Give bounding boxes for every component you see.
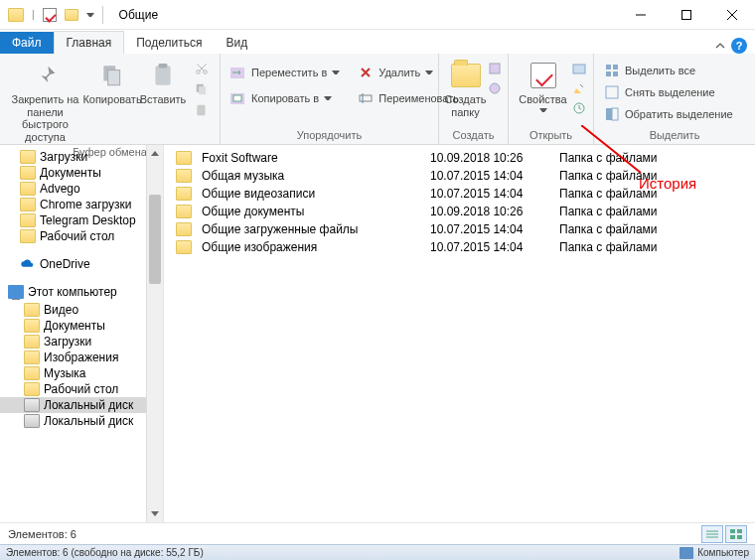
svg-rect-25: [613, 71, 618, 76]
svg-rect-26: [606, 86, 618, 98]
tree-item[interactable]: Музыка: [0, 365, 163, 381]
maximize-button[interactable]: [664, 0, 709, 30]
select-none-button[interactable]: Снять выделение: [600, 83, 737, 101]
invert-icon: [604, 106, 620, 122]
folder-icon: [20, 198, 36, 211]
tree-item[interactable]: Видео: [0, 302, 163, 318]
group-open: Свойства Открыть: [509, 54, 594, 144]
group-organize: Переместить в Копировать в Удалить Переи…: [221, 54, 439, 144]
tree-item[interactable]: Локальный диск: [0, 397, 163, 413]
cut-button[interactable]: [190, 60, 214, 77]
svg-rect-5: [108, 70, 120, 85]
svg-rect-1: [682, 10, 691, 19]
view-details-button[interactable]: [701, 525, 723, 543]
folder-icon: [20, 182, 36, 196]
scissors-icon: [194, 61, 210, 76]
separator: [102, 6, 103, 24]
folder-icon: [24, 366, 40, 380]
window-title: Общие: [111, 8, 158, 22]
new-item-icon[interactable]: [488, 62, 502, 75]
scroll-thumb[interactable]: [149, 195, 161, 284]
copy-button[interactable]: Копировать: [86, 58, 138, 106]
easy-access-icon[interactable]: [488, 81, 502, 95]
paste-shortcut-button[interactable]: [190, 101, 214, 119]
folder-icon: [176, 240, 192, 254]
file-row[interactable]: Общие документы10.09.2018 10:26Папка с ф…: [164, 203, 755, 220]
folder-icon: [176, 169, 192, 183]
folder-icon: [24, 382, 40, 396]
folder-icon: [450, 60, 482, 91]
tree-item[interactable]: Загрузки📌: [0, 149, 163, 165]
copy-to-button[interactable]: Копировать в: [226, 89, 344, 107]
status-bar: Элементов: 6: [0, 522, 755, 544]
group-new-label: Создать: [439, 127, 508, 144]
copy-label: Копировать: [82, 93, 141, 106]
tab-share[interactable]: Поделиться: [124, 32, 214, 54]
tree-item[interactable]: Документы: [0, 318, 163, 334]
pin-quick-access-button[interactable]: Закрепить на панели быстрого доступа: [6, 58, 84, 144]
history-icon[interactable]: [572, 101, 586, 115]
delete-icon: [358, 65, 374, 80]
folder-icon: [176, 151, 192, 165]
svg-rect-18: [490, 64, 500, 73]
navigation-tree[interactable]: Загрузки📌Документы📌Advego📌Chrome загрузк…: [0, 145, 164, 522]
folder-icon: [24, 350, 40, 364]
tree-item[interactable]: Рабочий стол📌: [0, 228, 163, 244]
tree-item[interactable]: Advego📌: [0, 181, 163, 197]
tree-item[interactable]: Локальный диск: [0, 413, 163, 429]
copy-path-button[interactable]: [190, 80, 214, 98]
item-count: Элементов: 6: [8, 528, 76, 540]
tab-home[interactable]: Главная: [54, 31, 125, 54]
minimize-button[interactable]: [618, 0, 664, 30]
invert-selection-button[interactable]: Обратить выделение: [600, 105, 737, 123]
move-to-icon: [230, 65, 246, 80]
folder-icon: [24, 303, 40, 317]
tree-item[interactable]: Загрузки: [0, 334, 163, 350]
folder-icon: [176, 222, 192, 236]
folder-icon: [176, 205, 192, 218]
tree-item[interactable]: Рабочий стол: [0, 381, 163, 397]
svg-rect-27: [606, 108, 612, 120]
tree-item[interactable]: Chrome загрузки📌: [0, 197, 163, 212]
file-list[interactable]: Foxit Software10.09.2018 10:26Папка с фа…: [164, 145, 755, 522]
new-folder-button[interactable]: Создать папку: [445, 58, 487, 118]
file-row[interactable]: Общие изображения10.07.2015 14:04Папка с…: [164, 238, 755, 256]
dropdown-icon: [539, 106, 547, 114]
folder-icon: [20, 213, 36, 227]
quick-access-toolbar: |: [0, 6, 111, 24]
new-folder-qat-icon[interactable]: [65, 9, 78, 21]
help-icon[interactable]: ?: [731, 38, 747, 54]
qat-dropdown-icon[interactable]: [86, 11, 94, 19]
window-controls: [618, 0, 755, 30]
tab-view[interactable]: Вид: [214, 32, 259, 54]
svg-rect-12: [197, 105, 205, 116]
file-row[interactable]: Foxit Software10.09.2018 10:26Папка с фа…: [164, 149, 755, 167]
scroll-down-icon[interactable]: [147, 505, 163, 522]
properties-qat-icon[interactable]: [43, 8, 57, 22]
pin-icon: [30, 60, 62, 91]
collapse-ribbon-icon[interactable]: [715, 41, 725, 51]
paste-shortcut-icon: [194, 102, 210, 118]
view-icons-button[interactable]: [725, 525, 747, 543]
paste-label: Вставить: [140, 93, 187, 106]
move-to-button[interactable]: Переместить в: [226, 64, 344, 81]
paste-button[interactable]: Вставить: [140, 58, 186, 106]
tree-this-pc[interactable]: Этот компьютер: [0, 284, 163, 300]
tree-item[interactable]: Документы📌: [0, 165, 163, 181]
tab-file[interactable]: Файл: [0, 32, 54, 54]
svg-rect-16: [360, 95, 372, 101]
file-row[interactable]: Общие загруженные файлы10.07.2015 14:04П…: [164, 220, 755, 238]
open-icon[interactable]: [572, 62, 586, 75]
svg-rect-36: [737, 535, 742, 539]
tree-scrollbar[interactable]: [146, 145, 163, 522]
folder-icon: [20, 229, 36, 243]
edit-icon[interactable]: [572, 81, 586, 95]
properties-button[interactable]: Свойства: [517, 58, 570, 114]
onedrive-icon: [20, 257, 36, 271]
tree-onedrive[interactable]: OneDrive: [0, 256, 163, 272]
close-button[interactable]: [709, 0, 755, 30]
select-all-button[interactable]: Выделить все: [600, 62, 737, 79]
tree-item[interactable]: Изображения: [0, 350, 163, 365]
scroll-up-icon[interactable]: [147, 145, 163, 162]
tree-item[interactable]: Telegram Desktop📌: [0, 212, 163, 228]
